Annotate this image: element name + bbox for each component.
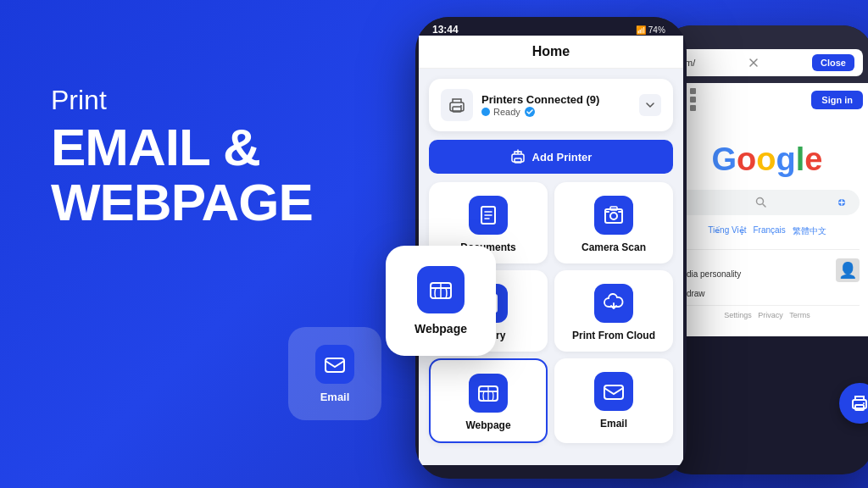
printer-status-card[interactable]: Printers Connected (9) Ready <box>429 79 673 131</box>
tile-camera-scan[interactable]: Camera Scan <box>554 182 673 263</box>
google-logo: Google <box>675 141 860 178</box>
add-printer-button[interactable]: Add Printer <box>429 140 673 174</box>
browser-signin-button[interactable]: Sign in <box>811 91 863 109</box>
browser-footer: Settings Privacy Terms <box>675 305 860 319</box>
tile-print-from-cloud[interactable]: Print From Cloud <box>554 270 673 352</box>
svg-rect-20 <box>604 385 623 399</box>
phone-status-bar: 13:44 📶 74% <box>415 17 687 36</box>
webpage-tile-label: Webpage <box>465 419 510 431</box>
phone-header: Home <box>419 36 683 69</box>
svg-rect-0 <box>326 358 344 372</box>
browser-toolbar: Sign in <box>661 83 868 116</box>
browser-phone: om/ Close Sign in Google <box>661 25 868 474</box>
email-float-card[interactable]: Email <box>288 327 381 420</box>
webpage-float-icon <box>417 266 465 313</box>
documents-icon <box>469 196 508 235</box>
print-from-cloud-label: Print From Cloud <box>572 330 655 341</box>
main-title: EMAIL & WEBPAGE <box>51 119 313 230</box>
browser-top-bar: om/ Close <box>661 25 868 83</box>
printer-info: Printers Connected (9) Ready <box>481 93 631 118</box>
svg-point-7 <box>460 105 462 107</box>
print-label: Print <box>51 85 313 116</box>
browser-search-bar[interactable] <box>675 190 860 215</box>
result-item-1: es media personality 👤 <box>675 258 860 282</box>
tile-webpage[interactable]: Webpage <box>429 358 548 443</box>
lang-french[interactable]: Français <box>754 225 786 237</box>
svg-rect-10 <box>515 158 521 163</box>
printer-icon <box>441 89 473 121</box>
printer-name: Printers Connected (9) <box>481 93 631 106</box>
webpage-icon <box>469 374 508 413</box>
left-promo-section: Print EMAIL & WEBPAGE <box>51 85 313 230</box>
tile-email[interactable]: Email <box>554 358 673 443</box>
lang-viet[interactable]: Tiếng Việt <box>708 225 746 237</box>
print-from-cloud-icon <box>594 284 633 323</box>
browser-language-row: Tiếng Việt Français 繁體中文 <box>675 225 860 237</box>
email-icon <box>594 372 633 411</box>
phone-time: 13:44 <box>432 24 459 36</box>
status-dot <box>481 108 490 116</box>
result-thumbnail-1: 👤 <box>836 258 860 282</box>
email-tile-label: Email <box>600 418 627 430</box>
result-item-2: nd draw <box>675 289 860 298</box>
email-float-icon <box>315 345 354 384</box>
printer-status: Ready <box>481 106 631 118</box>
chevron-down-icon[interactable] <box>639 94 661 116</box>
svg-point-25 <box>863 402 865 404</box>
browser-content: Google Tiếng Việt Français 繁體中文 <box>661 116 868 336</box>
camera-scan-label: Camera Scan <box>581 241 646 253</box>
email-float-label: Email <box>320 391 350 403</box>
lang-chinese[interactable]: 繁體中文 <box>793 225 826 237</box>
svg-text:📶 74%: 📶 74% <box>636 25 665 36</box>
browser-results: es media personality 👤 nd draw Settings … <box>675 249 860 319</box>
main-title-line2: WEBPAGE <box>51 175 313 230</box>
svg-point-13 <box>610 213 617 219</box>
add-printer-label: Add Printer <box>532 151 593 164</box>
phone-battery: 📶 74% <box>636 24 670 36</box>
main-title-line1: EMAIL & <box>51 119 313 175</box>
webpage-float-label: Webpage <box>415 322 467 336</box>
browser-url-bar[interactable]: om/ Close <box>671 49 863 76</box>
webpage-float-card[interactable]: Webpage <box>386 246 496 356</box>
svg-point-21 <box>757 198 764 205</box>
browser-close-button[interactable]: Close <box>812 54 854 71</box>
result-text-1: media personality <box>675 269 836 280</box>
camera-scan-icon <box>594 196 633 235</box>
